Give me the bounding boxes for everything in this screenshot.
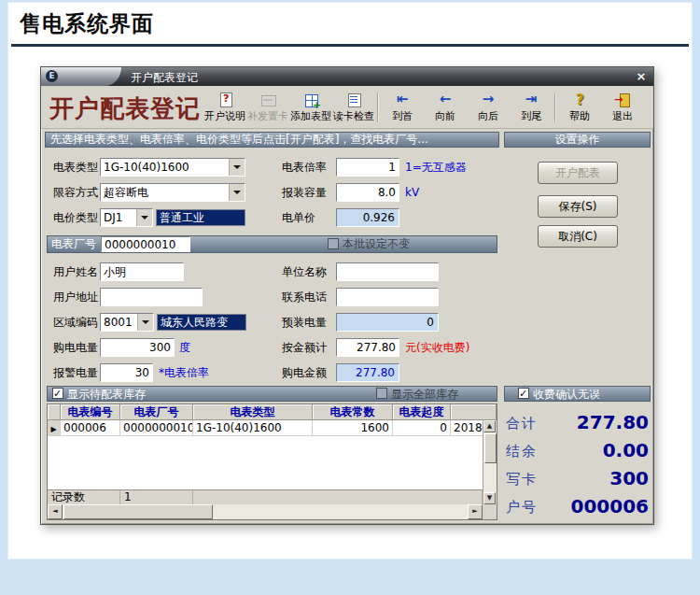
meter-ratio-hint: 1=无互感器 <box>405 158 467 177</box>
read-card-check-button[interactable]: 读卡检查 <box>332 88 375 127</box>
col-header-factory-no[interactable]: 电表厂号 <box>120 404 193 420</box>
toolbar-button-label: 读卡检查 <box>333 109 374 123</box>
prev-record-icon <box>437 92 454 107</box>
vertical-scrollbar-thumb[interactable] <box>484 433 497 463</box>
content-card: 售电系统界面 E 开户配表登记 × 开户配表登记 开户说明 补发置卡 <box>7 2 693 560</box>
fee-confirm-checkbox[interactable] <box>518 388 529 399</box>
registration-dialog: E 开户配表登记 × 开户配表登记 开户说明 补发置卡 添加表型 <box>40 66 654 525</box>
add-meter-type-button[interactable]: 添加表型 <box>289 88 332 127</box>
toolbar-button-label: 开户说明 <box>204 109 245 123</box>
limit-mode-select[interactable]: 超容断电 <box>100 183 245 202</box>
phone-input[interactable] <box>336 288 439 306</box>
titlebar-tab: E <box>41 67 121 86</box>
first-record-button[interactable]: 到首 <box>381 88 424 127</box>
buy-amount-field: 277.80 <box>336 363 399 382</box>
by-amount-input[interactable] <box>336 338 399 357</box>
summary-value: 300 <box>609 467 649 489</box>
horizontal-scrollbar-thumb[interactable] <box>63 504 213 519</box>
capacity-label: 报装容量 <box>282 183 327 202</box>
meter-factory-no-input[interactable] <box>101 236 190 252</box>
horizontal-scrollbar[interactable] <box>48 504 483 519</box>
batch-fixed-checkbox[interactable] <box>328 238 339 249</box>
by-amount-label: 按金额计 <box>282 338 327 357</box>
col-header-meter-start[interactable]: 电表起度 <box>393 404 451 420</box>
save-button[interactable]: 保存(S) <box>538 195 618 218</box>
toolbar-buttons: 开户说明 补发置卡 添加表型 读卡检查 到首 <box>203 88 644 127</box>
meter-type-value: 1G-10(40)1600 <box>101 159 229 176</box>
col-header-meter-type[interactable]: 电表类型 <box>193 404 313 420</box>
last-record-icon <box>523 92 539 107</box>
show-pending-checkbox[interactable] <box>52 388 63 399</box>
price-type-value: DJ1 <box>101 209 136 226</box>
page-title: 售电系统界面 <box>20 9 154 38</box>
summary-panel: 合计 277.80 结余 0.00 写卡 300 户号 000006 <box>504 409 651 521</box>
alarm-qty-label: 报警电量 <box>53 363 98 382</box>
close-button[interactable]: × <box>634 69 649 84</box>
preload-label: 预装电量 <box>282 313 327 332</box>
prev-record-button[interactable]: 向前 <box>424 88 467 127</box>
toolbar-button-label: 补发置卡 <box>247 109 288 123</box>
meter-type-select[interactable]: 1G-10(40)1600 <box>100 158 245 177</box>
exit-button[interactable]: 退出 <box>601 88 644 127</box>
help-icon <box>571 92 588 107</box>
first-record-icon <box>394 92 411 107</box>
area-code-label: 区域编码 <box>53 313 98 332</box>
summary-value: 0.00 <box>603 439 649 461</box>
address-input[interactable] <box>100 288 203 306</box>
limit-mode-label: 限容方式 <box>53 183 98 202</box>
chevron-down-icon[interactable] <box>229 184 245 201</box>
app-logo-icon: E <box>46 70 58 82</box>
price-type-select[interactable]: DJ1 <box>100 208 153 227</box>
show-all-label: 显示全部库存 <box>391 387 458 402</box>
assign-meter-button[interactable]: 开户配表 <box>538 162 618 184</box>
scroll-right-icon[interactable] <box>468 504 483 519</box>
reissue-card-button[interactable]: 补发置卡 <box>246 88 289 127</box>
summary-row-total: 合计 277.80 <box>504 409 651 437</box>
batch-fixed-label: 本批设定不变 <box>343 236 410 251</box>
col-header-meter-no[interactable]: 电表编号 <box>61 404 120 420</box>
user-name-input[interactable] <box>100 262 184 281</box>
summary-value: 277.80 <box>577 411 649 433</box>
last-record-button[interactable]: 到尾 <box>510 88 553 127</box>
buy-qty-input[interactable] <box>100 338 175 357</box>
summary-label: 合计 <box>506 415 538 432</box>
table-row[interactable]: 000006 0000000010 1G-10(40)1600 1600 0 2… <box>48 420 497 436</box>
meter-ratio-label: 电表倍率 <box>282 158 327 177</box>
vertical-scrollbar[interactable] <box>483 420 497 504</box>
next-record-button[interactable]: 向后 <box>467 88 510 127</box>
capacity-input[interactable] <box>336 183 399 202</box>
show-pending-label: 显示待配表库存 <box>67 387 146 403</box>
chevron-down-icon[interactable] <box>229 159 245 176</box>
scroll-up-icon[interactable] <box>483 420 496 432</box>
cancel-button[interactable]: 取消(C) <box>538 225 618 248</box>
reissue-card-icon <box>259 92 276 107</box>
dialog-titlebar[interactable]: E 开户配表登记 × <box>41 67 653 86</box>
company-input[interactable] <box>336 262 439 281</box>
area-name[interactable]: 城东人民路变 <box>157 314 246 331</box>
price-type-name[interactable]: 普通工业 <box>156 209 245 226</box>
cell-meter-no: 000006 <box>61 420 120 436</box>
toolbar-separator <box>554 92 556 122</box>
area-code-value: 8001 <box>101 314 137 331</box>
header-divider <box>11 44 689 47</box>
meter-factory-label: 电表厂号 <box>51 236 96 252</box>
help-button[interactable]: 帮助 <box>558 88 601 127</box>
area-code-select[interactable]: 8001 <box>100 313 154 332</box>
add-meter-type-icon <box>302 92 319 107</box>
alarm-qty-input[interactable] <box>100 363 153 382</box>
account-guide-icon <box>217 92 233 107</box>
chevron-down-icon[interactable] <box>137 314 153 331</box>
toolbar-button-label: 向后 <box>478 109 498 123</box>
scroll-left-icon[interactable] <box>48 504 63 519</box>
row-selector-icon <box>48 420 61 436</box>
read-card-check-icon <box>345 92 362 107</box>
show-all-checkbox[interactable] <box>376 388 387 399</box>
col-header-meter-constant[interactable]: 电表常数 <box>313 404 393 420</box>
account-guide-button[interactable]: 开户说明 <box>203 88 246 127</box>
record-count-value: 1 <box>120 490 193 504</box>
meter-ratio-input[interactable] <box>336 158 399 177</box>
chevron-down-icon[interactable] <box>136 209 152 226</box>
buy-qty-label: 购电电量 <box>53 338 98 357</box>
scroll-down-icon[interactable] <box>483 492 496 504</box>
toolbar-button-label: 退出 <box>612 109 633 123</box>
